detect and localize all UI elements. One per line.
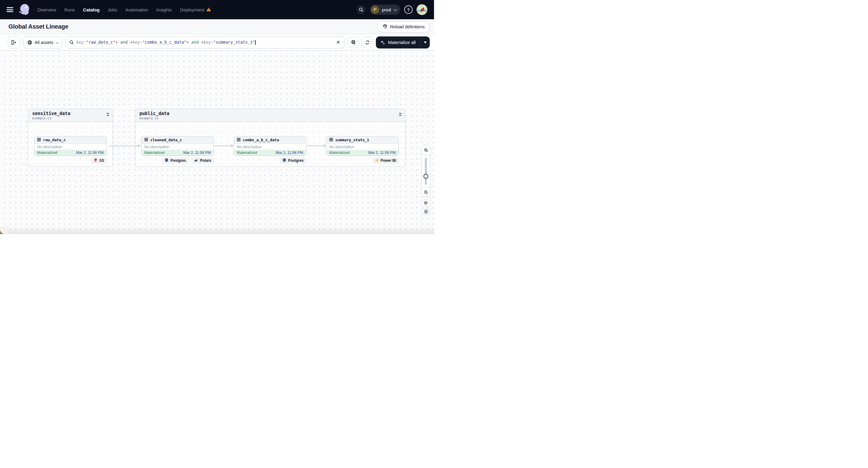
asset-status-row: Materialized Mar 2, 11:56 PM: [142, 150, 214, 155]
asset-name: combo_a_b_c_data: [243, 137, 279, 142]
lineage-canvas[interactable]: ⚙ sensitive_data example_co raw_data_c N…: [0, 51, 434, 234]
group-repo-label: example_co: [140, 116, 169, 120]
asset-node-summary_stats_1[interactable]: summary_stats_1 No description Materiali…: [326, 136, 399, 156]
polars-icon: [194, 158, 198, 163]
gear-icon: ⚙: [424, 201, 428, 206]
window-corner: [0, 226, 8, 234]
kind-badge-power-bi[interactable]: Power BI: [372, 157, 399, 163]
status-timestamp[interactable]: Mar 2, 11:56 PM: [276, 151, 303, 155]
kind-badge-postgres[interactable]: Postgres: [279, 157, 306, 163]
nav-item-automation[interactable]: Automation: [125, 7, 148, 12]
zoom-slider-thumb[interactable]: [424, 174, 429, 179]
asset-status-row: Materialized Mar 2, 11:56 PM: [327, 150, 399, 155]
nav-item-runs[interactable]: Runs: [64, 7, 75, 12]
collapse-group-icon[interactable]: [106, 111, 110, 120]
asset-kind-badges: S3: [34, 157, 106, 163]
asset-node-combo_a_b_c_data[interactable]: combo_a_b_c_data No description Material…: [234, 136, 306, 156]
asset-node-cleaned_data_c[interactable]: cleaned_data_c No description Materializ…: [141, 136, 214, 156]
nav-item-label: Automation: [125, 7, 148, 12]
nav-item-label: Runs: [64, 7, 75, 12]
search-query-text: key:"raw_data_c"+ and +key:"combo_a_b_c_…: [76, 40, 333, 45]
query-segment: key:: [132, 40, 143, 44]
bottom-shadow: [0, 226, 434, 234]
nav-item-overview[interactable]: Overview: [37, 7, 56, 12]
open-sidebar-button[interactable]: [8, 36, 21, 49]
asset-node-header: summary_stats_1: [327, 136, 399, 144]
refresh-button[interactable]: [362, 37, 373, 48]
zoom-slider-track[interactable]: [425, 158, 427, 185]
query-segment: key:: [76, 40, 86, 44]
status-timestamp[interactable]: Mar 2, 11:56 PM: [183, 151, 211, 155]
view-graph-settings-button[interactable]: [347, 37, 359, 48]
zoom-control: [421, 145, 430, 197]
kind-badge-s3[interactable]: S3: [91, 157, 106, 163]
asset-scope-label: All assets: [35, 40, 53, 45]
status-timestamp[interactable]: Mar 2, 11:56 PM: [368, 151, 396, 155]
nav-item-jobs[interactable]: Jobs: [108, 7, 118, 12]
nav-item-deployment[interactable]: Deployment: [180, 7, 211, 12]
zoom-slider[interactable]: [422, 155, 430, 187]
query-segment: and: [118, 40, 130, 44]
asset-kind-badges: Power BI: [326, 157, 399, 163]
reload-cube-icon: [382, 24, 388, 30]
table-icon: [37, 137, 41, 143]
warning-icon: [206, 7, 211, 12]
arrowhead-icon: [323, 144, 326, 148]
page-header: Global Asset Lineage Reload definitions: [0, 19, 434, 34]
search-icon[interactable]: [356, 5, 366, 14]
group-title: public_data: [140, 111, 169, 116]
kind-badge-postgres[interactable]: Postgres: [162, 157, 189, 163]
asset-search-input[interactable]: key:"raw_data_c"+ and +key:"combo_a_b_c_…: [65, 36, 345, 49]
collapse-group-icon[interactable]: [399, 111, 402, 120]
asset-scope-dropdown[interactable]: All assets: [23, 36, 62, 49]
dagster-logo-icon[interactable]: [18, 2, 31, 17]
environment-label: prod: [382, 7, 391, 12]
reload-definitions-label: Reload definitions: [390, 24, 425, 29]
nav-item-label: Catalog: [83, 7, 100, 12]
nav-item-label: Jobs: [108, 7, 118, 12]
status-label: Materialized: [329, 151, 349, 155]
nav-item-catalog[interactable]: Catalog: [83, 7, 100, 12]
hamburger-menu-icon[interactable]: [7, 7, 13, 12]
user-avatar[interactable]: [416, 4, 427, 15]
reload-definitions-button[interactable]: Reload definitions: [377, 21, 430, 33]
kind-badge-label: S3: [99, 158, 104, 163]
nav-item-insights[interactable]: Insights: [156, 7, 172, 12]
postgres-icon: [164, 158, 169, 163]
text-cursor: [255, 40, 256, 45]
query-segment: key:: [204, 40, 214, 44]
query-segment: +: [201, 40, 204, 44]
lineage-toolbar: All assets key:"raw_data_c"+ and +key:"c…: [0, 34, 434, 51]
asset-node-raw_data_c[interactable]: raw_data_c No description Materialized M…: [34, 136, 106, 156]
help-icon[interactable]: ?: [404, 5, 413, 14]
asset-kind-badges: Postgres: [234, 157, 306, 163]
query-segment: "raw_data_c": [86, 40, 116, 44]
status-label: Materialized: [37, 151, 57, 155]
graph-settings-button[interactable]: ⚙: [421, 200, 430, 207]
nav-item-label: Overview: [37, 7, 56, 12]
postgres-icon: [282, 158, 286, 163]
environment-avatar: P: [371, 6, 379, 14]
kind-badge-label: Postgres: [170, 158, 186, 163]
asset-node-header: cleaned_data_c: [142, 136, 214, 144]
status-timestamp[interactable]: Mar 2, 11:56 PM: [76, 151, 103, 155]
search-icon: [69, 40, 74, 44]
kind-badge-polars[interactable]: Polars: [191, 157, 214, 163]
sparkles-icon: [380, 40, 385, 45]
materialize-all-label: Materialize all: [388, 40, 415, 45]
materialize-all-button[interactable]: Materialize all: [376, 36, 420, 49]
nav-item-label: Deployment: [180, 7, 204, 12]
download-image-button[interactable]: [421, 208, 430, 215]
query-segment: "summary_stats_1": [213, 40, 255, 44]
clear-search-icon[interactable]: ✕: [336, 39, 341, 45]
asset-node-header: raw_data_c: [34, 136, 106, 144]
nav-right: P prod ?: [356, 4, 427, 15]
asset-status-row: Materialized Mar 2, 11:56 PM: [234, 150, 306, 155]
materialize-options-button[interactable]: [421, 36, 430, 49]
group-titles: sensitive_data example_co: [32, 111, 70, 120]
globe-icon: [27, 40, 32, 45]
environment-switcher[interactable]: P prod: [370, 4, 400, 15]
zoom-out-button[interactable]: [422, 188, 430, 197]
zoom-in-button[interactable]: [422, 145, 430, 155]
nav-item-label: Insights: [156, 7, 172, 12]
